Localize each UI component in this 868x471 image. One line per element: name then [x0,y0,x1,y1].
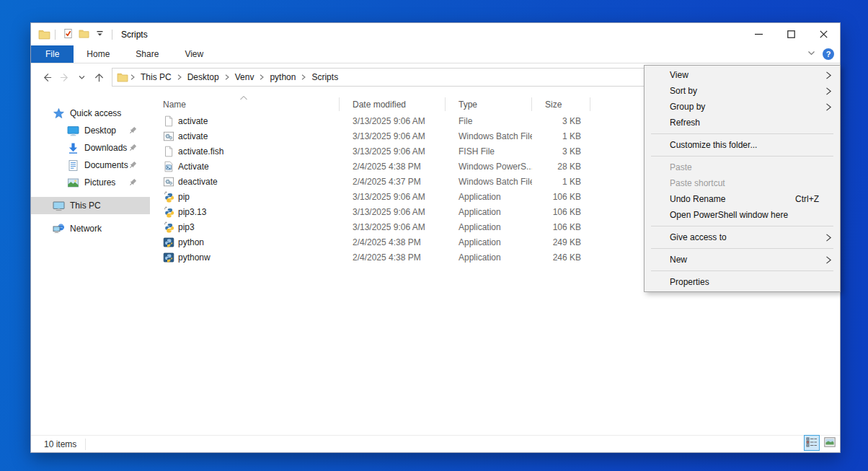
menu-item-label: Sort by [670,86,697,96]
qat-properties-button[interactable] [61,27,75,42]
breadcrumb-item[interactable]: Scripts [306,72,343,82]
help-icon: ? [826,50,831,58]
sort-asc-caret-icon [239,93,248,99]
breadcrumb-chevron-icon[interactable] [224,72,230,82]
minimize-button[interactable] [743,23,775,45]
file-name-cell[interactable]: pip [150,191,340,203]
network-icon [53,223,65,235]
submenu-chevron-icon [825,234,832,242]
sidebar-item-quick-access[interactable]: Quick access [31,105,150,122]
forward-button[interactable] [56,69,73,86]
pin-icon [128,144,137,152]
details-view-button[interactable] [804,435,820,451]
qat-customize-dropdown[interactable] [92,27,107,42]
titlebar-separator [55,30,56,40]
python-console-icon [163,206,174,218]
python-app-icon [163,252,174,263]
context-menu: ViewSort byGroup byRefreshCustomize this… [644,65,841,292]
menu-separator [651,226,833,226]
file-name-cell[interactable]: Activate [150,161,340,172]
file-date: 3/13/2025 9:06 AM [340,222,446,232]
breadcrumb-item[interactable]: Desktop [182,72,224,82]
breadcrumb-item[interactable]: This PC [136,72,177,82]
menu-item-give-access-to[interactable]: Give access to [645,229,840,245]
tab-file[interactable]: File [31,45,74,63]
file-type: Application [446,192,532,202]
help-button[interactable]: ? [823,48,834,60]
breadcrumb-chevron-icon[interactable] [301,72,306,82]
column-header-date-modified[interactable]: Date modified [340,97,446,111]
file-date: 3/13/2025 9:06 AM [340,116,446,126]
file-name-cell[interactable]: deactivate [150,176,340,188]
status-separator [85,439,86,450]
menu-item-new[interactable]: New [645,252,840,268]
file-name-cell[interactable]: python [150,237,340,248]
close-button[interactable] [807,23,840,45]
recent-locations-chevron-icon[interactable] [73,69,90,86]
column-header-label: Name [163,100,186,110]
menu-item-open-powershell-window-here[interactable]: Open PowerShell window here [645,207,840,223]
file-size: 3 KB [532,116,590,126]
qat-new-folder-button[interactable] [76,27,91,42]
column-header-size[interactable]: Size [532,97,590,111]
sidebar-item-pictures[interactable]: Pictures [31,174,150,191]
sidebar-item-label: Desktop [84,126,116,136]
file-name: pythonw [178,252,211,263]
file-type: Windows Batch File [446,131,532,141]
menu-item-paste-shortcut: Paste shortcut [645,175,840,191]
sidebar-item-desktop[interactable]: Desktop [31,122,150,139]
file-name-cell[interactable]: activate [150,115,340,127]
column-header-type[interactable]: Type [446,97,532,111]
submenu-chevron-icon [825,256,832,264]
menu-item-label: Open PowerShell window here [670,210,788,220]
file-name-cell[interactable]: pip3.13 [150,206,340,218]
file-size: 28 KB [532,162,590,172]
desktop-icon [67,125,79,137]
folder-icon [117,71,128,83]
expand-ribbon-chevron-icon[interactable] [807,49,815,59]
file-date: 2/4/2025 4:38 PM [340,237,446,247]
breadcrumb-chevron-icon[interactable] [130,72,136,82]
menu-item-view[interactable]: View [645,67,840,83]
menu-item-properties[interactable]: Properties [645,274,840,290]
properties-check-icon [63,28,74,41]
menu-item-refresh[interactable]: Refresh [645,115,840,131]
sidebar-item-label: Pictures [84,177,115,188]
new-folder-icon [79,28,89,41]
sidebar-item-downloads[interactable]: Downloads [31,139,150,157]
file-name-cell[interactable]: pip3 [150,221,340,233]
sidebar-item-documents[interactable]: Documents [31,157,150,174]
menu-item-customize-this-folder[interactable]: Customize this folder... [645,137,840,153]
tab-share[interactable]: Share [123,45,172,63]
submenu-chevron-icon [825,103,832,111]
breadcrumb-item[interactable]: Venv [230,72,260,82]
back-button[interactable] [38,69,56,86]
tab-home[interactable]: Home [74,45,123,63]
breadcrumb-chevron-icon[interactable] [259,72,265,82]
up-button[interactable] [90,69,107,86]
file-type: Application [446,252,532,263]
maximize-button[interactable] [775,23,807,45]
title-bar[interactable]: Scripts [31,23,840,45]
menu-item-group-by[interactable]: Group by [645,99,840,115]
menu-item-undo-rename[interactable]: Undo RenameCtrl+Z [645,191,840,207]
sidebar-item-network[interactable]: Network [31,220,150,237]
thumbnails-view-button[interactable] [822,435,838,451]
file-size: 246 KB [532,252,590,263]
file-type: Windows PowerS... [446,162,532,172]
menu-separator [651,270,833,271]
file-name-cell[interactable]: activate [150,131,340,142]
breadcrumb-item[interactable]: python [265,72,301,82]
file-name: activate [178,131,208,141]
file-name-cell[interactable]: pythonw [150,252,340,263]
breadcrumb-chevron-icon[interactable] [177,72,182,82]
menu-item-label: Undo Rename [670,194,725,204]
file-name-cell[interactable]: activate.fish [150,146,340,157]
sidebar-item-this-pc[interactable]: This PC [31,197,150,214]
file-icon [163,146,174,157]
column-header-name[interactable]: Name [150,97,340,111]
window-title: Scripts [121,30,148,40]
file-name: Activate [178,162,209,172]
tab-view[interactable]: View [172,45,216,63]
menu-item-sort-by[interactable]: Sort by [645,83,840,99]
